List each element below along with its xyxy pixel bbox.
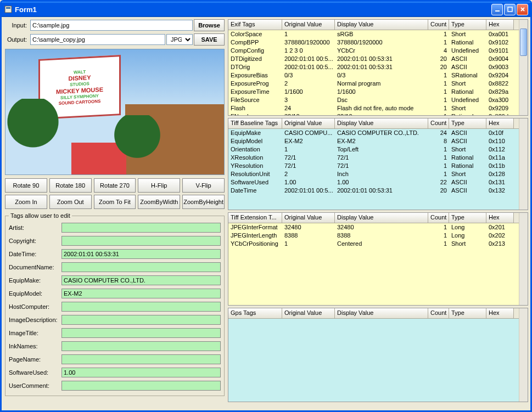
tag-input[interactable]	[61, 315, 221, 325]
rotate-90-button[interactable]: Rotate 90	[5, 178, 47, 193]
svg-rect-3	[508, 7, 512, 12]
image-preview: WALT DISNEY STUDIOS MICKEY MOUSE SILLY S…	[5, 49, 225, 175]
table-row[interactable]: YResolution72/172/11Rational0x11b	[228, 162, 519, 170]
tag-input[interactable]	[61, 328, 221, 338]
app-icon	[4, 5, 13, 14]
table-row[interactable]: DateTime2002:01:01 00:5...2002:01:01 00:…	[228, 187, 519, 195]
table-header: Gps TagsOriginal ValueDisplay ValueCount…	[228, 308, 519, 319]
table-row[interactable]: EquipMakeCASIO COMPU...CASIO COMPUTER CO…	[228, 129, 519, 137]
input-label: Input:	[5, 22, 29, 29]
tag-label: ImageTitle:	[9, 330, 61, 336]
table-row[interactable]: CompConfig1 2 3 0YCbCr4Undefined0x9101	[228, 47, 519, 55]
tag-label: UserComment:	[9, 382, 61, 389]
panel-tiff-extension: Tiff Extension T...Original ValueDisplay…	[228, 212, 528, 306]
save-button[interactable]: SAVE	[194, 33, 225, 46]
table-row[interactable]: FileSource3Dsc1Undefined0xa300	[228, 96, 519, 104]
svg-rect-0	[5, 6, 12, 13]
input-path[interactable]	[30, 20, 193, 31]
panel-exif: Exif TagsOriginal ValueDisplay ValueCoun…	[228, 19, 528, 116]
zoom-out-button[interactable]: Zoom Out	[49, 195, 92, 209]
panel-tiff-baseline: Tiff Baseline TagsOriginal ValueDisplay …	[228, 118, 528, 210]
output-path[interactable]	[30, 34, 165, 45]
table-row[interactable]: EquipModelEX-M2EX-M28ASCII0x110	[228, 137, 519, 145]
tag-label: HostComputer:	[9, 303, 61, 310]
hflip-button[interactable]: H-Flip	[138, 178, 180, 193]
tag-label: ImageDescription:	[9, 317, 61, 323]
tag-input[interactable]	[61, 368, 221, 377]
panel-gps: Gps TagsOriginal ValueDisplay ValueCount…	[228, 308, 528, 402]
titlebar[interactable]: Form1	[2, 2, 530, 17]
tag-label: EquipModel:	[9, 290, 61, 297]
tag-input[interactable]	[61, 302, 221, 312]
output-label: Output:	[5, 36, 29, 43]
format-select[interactable]: JPG	[166, 34, 193, 45]
table-row[interactable]: XResolution72/172/11Rational0x11a	[228, 154, 519, 162]
close-button[interactable]	[517, 4, 528, 15]
tag-label: DateTime:	[9, 251, 61, 257]
minimize-button[interactable]	[491, 4, 503, 15]
svg-rect-1	[6, 7, 10, 9]
zoom-in-button[interactable]: Zoom In	[5, 195, 47, 209]
zoom-fit-button[interactable]: Zoom To Fit	[94, 195, 136, 209]
scrollbar[interactable]	[519, 213, 528, 305]
table-row[interactable]: ColorSpace1sRGB1Short0xa001	[228, 30, 519, 38]
table-row[interactable]: Orientation1Top/Left1Short0x112	[228, 145, 519, 154]
table-header: Exif TagsOriginal ValueDisplay ValueCoun…	[228, 20, 519, 30]
table-row[interactable]: ResolutionUnit2Inch1Short0x128	[228, 170, 519, 178]
tag-label: Artist:	[9, 224, 61, 231]
scrollbar[interactable]	[519, 308, 528, 402]
table-row[interactable]: JPEGInterLength838883881Long0x202	[228, 232, 519, 240]
tag-input[interactable]	[61, 341, 221, 351]
tag-input[interactable]	[61, 223, 221, 233]
tag-label: PageName:	[9, 356, 61, 363]
table-header: Tiff Baseline TagsOriginal ValueDisplay …	[228, 118, 519, 129]
tag-label: InkNames:	[9, 343, 61, 349]
table-row[interactable]: SoftwareUsed1.001.0022ASCII0x131	[228, 178, 519, 187]
maximize-button[interactable]	[504, 4, 516, 15]
table-row[interactable]: ExposureBias0/30/31SRational0x9204	[228, 71, 519, 80]
app-window: Form1 Input: Browse Output: JPG SAVE	[0, 0, 532, 412]
tag-input[interactable]	[61, 249, 221, 259]
tag-label: DocumentName:	[9, 264, 61, 270]
tag-input[interactable]	[61, 275, 221, 285]
zoom-height-button[interactable]: ZoomByHeight	[182, 195, 225, 209]
tag-label: SoftwareUsed:	[9, 369, 61, 376]
table-row[interactable]: CompBPP378880/1920000378880/19200001Rati…	[228, 38, 519, 47]
svg-rect-2	[495, 10, 500, 12]
tag-input[interactable]	[61, 236, 221, 246]
vflip-button[interactable]: V-Flip	[182, 178, 225, 193]
table-row[interactable]: ExposureProg2Normal program1Short0x8822	[228, 80, 519, 88]
table-row[interactable]: ExposureTime1/16001/16001Rational0x829a	[228, 88, 519, 96]
table-row[interactable]: DTDigitized2002:01:01 00:5...2002:01:01 …	[228, 55, 519, 63]
tag-input[interactable]	[61, 289, 221, 298]
table-row[interactable]: DTOrig2002:01:01 00:5...2002:01:01 00:53…	[228, 63, 519, 71]
browse-button[interactable]: Browse	[194, 19, 225, 31]
table-row[interactable]: YCbCrPositioning1Centered1Short0x213	[228, 240, 519, 248]
scrollbar[interactable]	[519, 20, 528, 115]
table-row[interactable]: Flash24Flash did not fire, auto mode1Sho…	[228, 104, 519, 112]
rotate-180-button[interactable]: Rotate 180	[49, 178, 92, 193]
rotate-270-button[interactable]: Rotate 270	[94, 178, 136, 193]
tag-label: Copyright:	[9, 238, 61, 244]
tag-label: EquipMake:	[9, 277, 61, 284]
window-title: Form1	[15, 5, 491, 14]
editable-tags-group: Tags allow user to edit Artist:Copyright…	[5, 212, 225, 396]
tag-input[interactable]	[61, 381, 221, 391]
table-row[interactable]: FNumber32/1032/101Rational0x829d	[228, 112, 519, 115]
tags-legend: Tags allow user to edit	[9, 212, 72, 219]
tag-input[interactable]	[61, 262, 221, 272]
zoom-width-button[interactable]: ZoomByWidth	[138, 195, 180, 209]
table-header: Tiff Extension T...Original ValueDisplay…	[228, 213, 519, 223]
table-row[interactable]: JPEGInterFormat32480324801Long0x201	[228, 223, 519, 232]
tag-input[interactable]	[61, 354, 221, 364]
scrollbar[interactable]	[519, 118, 528, 210]
